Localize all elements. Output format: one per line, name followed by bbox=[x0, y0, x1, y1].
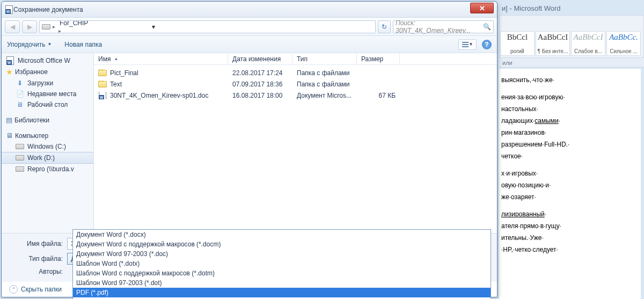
nav-back-button[interactable]: ◀ bbox=[5, 20, 20, 33]
nav-item-icon: 📄 bbox=[16, 90, 24, 98]
hide-folders-button[interactable]: ˄ Скрыть папки bbox=[9, 285, 62, 294]
search-input[interactable]: Поиск: 30NT_4K_Omen_Kireev... 🔍 bbox=[393, 20, 494, 33]
file-row[interactable]: Text07.09.2017 18:36Папка с файлами bbox=[94, 78, 497, 90]
help-button[interactable]: ? bbox=[482, 40, 492, 49]
drive-icon bbox=[42, 23, 50, 31]
file-type-cell: Папка с файлами bbox=[292, 81, 357, 88]
file-header-row: Имя▲ Дата изменения Тип Размер bbox=[94, 53, 497, 65]
favorites-header[interactable]: ★ Избранное bbox=[2, 66, 93, 78]
chevron-down-icon: ▼ bbox=[469, 42, 473, 47]
document-paragraph: выяснить,·что·же· bbox=[501, 74, 639, 86]
chevron-down-icon: ▼ bbox=[47, 42, 52, 47]
file-name-cell: 30NT_4K_Omen_Kireev-sp01.doc bbox=[94, 92, 228, 99]
file-modified-cell: 16.08.2017 18:00 bbox=[228, 92, 292, 99]
organize-button[interactable]: Упорядочить▼ bbox=[7, 41, 52, 48]
filetype-option[interactable]: Шаблон Word (*.dotx) bbox=[73, 259, 491, 268]
address-bar-row: ◀ ▶ ▸ Work (D:)▸CHIP_Work▸For_CHIP▸CHIP_… bbox=[2, 18, 497, 36]
view-mode-button[interactable]: ▼ bbox=[458, 39, 477, 50]
file-name-cell: Text bbox=[94, 81, 228, 88]
refresh-button[interactable]: ↻ bbox=[378, 20, 391, 33]
filetype-option[interactable]: Документ Word с поддержкой макросов (*.d… bbox=[73, 239, 491, 249]
computer-header[interactable]: 🖥 Компьютер bbox=[2, 130, 93, 141]
collapse-icon: ˄ bbox=[9, 285, 18, 294]
word-app-icon bbox=[6, 57, 14, 64]
search-icon: 🔍 bbox=[483, 23, 491, 31]
dialog-title: Сохранение документа bbox=[13, 6, 83, 13]
style-gallery: BbCclрогийAaBbCcI¶ Без инте...AaBbCcIСла… bbox=[500, 31, 641, 56]
filetype-option[interactable]: Документ Word (*.docx) bbox=[73, 230, 491, 239]
file-modified-cell: 07.09.2017 18:36 bbox=[228, 81, 292, 88]
nav-forward-button[interactable]: ▶ bbox=[22, 20, 37, 33]
filetype-option[interactable]: PDF (*.pdf) bbox=[73, 288, 491, 297]
column-header-name[interactable]: Имя▲ bbox=[94, 53, 228, 64]
computer-icon: 🖥 bbox=[6, 132, 13, 140]
file-size-cell: 67 КБ bbox=[357, 92, 400, 99]
word-app-icon bbox=[5, 6, 13, 13]
style-option[interactable]: BbCclрогий bbox=[500, 31, 535, 56]
column-header-size[interactable]: Размер bbox=[357, 53, 400, 64]
ribbon-substrip: или bbox=[499, 58, 644, 68]
nav-item-icon: ⬇ bbox=[16, 79, 24, 87]
file-row[interactable]: 30NT_4K_Omen_Kireev-sp01.doc16.08.2017 1… bbox=[94, 90, 497, 101]
file-list: Имя▲ Дата изменения Тип Размер Pict_Fina… bbox=[94, 53, 497, 233]
chevron-right-icon[interactable]: ▸ bbox=[57, 28, 62, 33]
sidebar-drive-item[interactable]: Windows (C:) bbox=[2, 141, 93, 152]
style-option[interactable]: AaBbCcI¶ Без инте... bbox=[536, 31, 570, 56]
save-dialog: Сохранение документа ✕ ◀ ▶ ▸ Work (D:)▸C… bbox=[1, 1, 497, 297]
file-modified-cell: 22.08.2017 17:24 bbox=[228, 69, 292, 77]
sidebar-item[interactable]: 📄Недавние места bbox=[2, 89, 93, 99]
style-sample: AaBbCcI bbox=[572, 33, 605, 42]
style-sample: BbCcl bbox=[501, 33, 534, 42]
drive-icon bbox=[16, 143, 24, 150]
authors-label: Авторы: bbox=[9, 268, 63, 275]
filetype-option[interactable]: Документ Word 97-2003 (*.doc) bbox=[73, 249, 491, 259]
sidebar-drive-item[interactable]: Repro (\\burda.v bbox=[2, 164, 93, 174]
new-folder-button[interactable]: Новая папка bbox=[64, 41, 102, 48]
column-header-type[interactable]: Тип bbox=[292, 53, 357, 64]
drive-icon bbox=[16, 165, 24, 173]
libraries-icon: ▤ bbox=[6, 116, 12, 124]
search-placeholder: Поиск: 30NT_4K_Omen_Kireev... bbox=[396, 19, 481, 34]
file-name-cell: Pict_Final bbox=[94, 69, 228, 77]
breadcrumb-part[interactable]: For_CHIP bbox=[57, 20, 148, 27]
close-button[interactable]: ✕ bbox=[470, 3, 494, 13]
nav-item-icon: 🖥 bbox=[16, 101, 24, 108]
breadcrumb-dropdown-icon[interactable]: ▾ bbox=[149, 23, 158, 31]
filetype-dropdown[interactable]: Документ Word (*.docx)Документ Word с по… bbox=[72, 229, 491, 299]
style-option[interactable]: AaBbCc.Сильное ... bbox=[606, 31, 641, 56]
filetype-option[interactable]: Шаблон Word с поддержкой макросов (*.dot… bbox=[73, 268, 491, 278]
style-name: Слабое в... bbox=[572, 48, 605, 54]
style-sample: AaBbCcI bbox=[536, 33, 569, 42]
style-option[interactable]: AaBbCcIСлабое в... bbox=[571, 31, 605, 56]
document-paragraph: ения·за·всю·игровую·настольных·ладающих·… bbox=[501, 91, 639, 162]
document-body: выяснить,·что·же·ения·за·всю·игровую·нас… bbox=[499, 69, 641, 299]
filetype-option[interactable]: Шаблон Word 97-2003 (*.dot) bbox=[73, 278, 491, 288]
doc-icon bbox=[98, 92, 107, 99]
chevron-right-icon[interactable]: ▸ bbox=[52, 24, 56, 30]
star-icon: ★ bbox=[6, 68, 13, 76]
titlebar[interactable]: Сохранение документа ✕ bbox=[2, 2, 497, 18]
folder-icon bbox=[98, 69, 107, 77]
breadcrumb-bar[interactable]: ▸ Work (D:)▸CHIP_Work▸For_CHIP▸CHIP_Spec… bbox=[39, 20, 376, 33]
sidebar-drive-item[interactable]: Work (D:) bbox=[2, 152, 93, 164]
drive-icon bbox=[16, 154, 24, 162]
sort-asc-icon: ▲ bbox=[114, 56, 118, 61]
document-paragraph: х·и·игровых·овую·позицию·и·же·озаряет· bbox=[501, 167, 639, 203]
file-type-cell: Папка с файлами bbox=[292, 69, 357, 77]
filetype-label: Тип файла: bbox=[9, 255, 63, 262]
file-type-cell: Документ Micros... bbox=[292, 92, 357, 99]
style-name: рогий bbox=[501, 48, 534, 54]
libraries-header[interactable]: ▤ Библиотеки bbox=[2, 114, 93, 126]
style-name: ¶ Без инте... bbox=[536, 48, 569, 54]
filename-label: Имя файла: bbox=[9, 240, 63, 247]
sidebar-item[interactable]: ⬇Загрузки bbox=[2, 78, 93, 89]
sidebar-item[interactable]: 🖥Рабочий стол bbox=[2, 99, 93, 110]
word-title: и] - Microsoft Word bbox=[502, 4, 561, 12]
style-sample: AaBbCc. bbox=[607, 33, 640, 42]
nav-pane: Microsoft Office W ★ Избранное ⬇Загрузки… bbox=[2, 53, 94, 233]
file-row[interactable]: Pict_Final22.08.2017 17:24Папка с файлам… bbox=[94, 67, 497, 78]
column-header-modified[interactable]: Дата изменения bbox=[228, 53, 292, 64]
document-paragraph: лизированный·ателя·прямо·в·гущу·ительны.… bbox=[501, 208, 639, 256]
context-app[interactable]: Microsoft Office W bbox=[2, 55, 93, 66]
folder-icon bbox=[98, 81, 107, 88]
